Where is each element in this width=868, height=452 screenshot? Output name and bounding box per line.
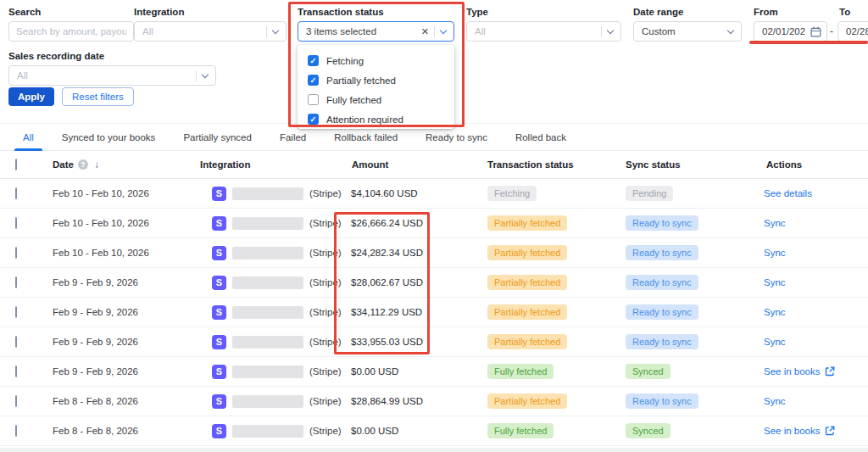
row-amount: $24,282.34 USD: [344, 248, 482, 258]
checkbox-icon[interactable]: ✓: [308, 55, 319, 66]
row-date: Feb 9 - Feb 9, 2026: [53, 337, 138, 347]
dropdown-option-fully-fetched[interactable]: ✓ Fully fetched: [298, 90, 454, 109]
checkbox-icon[interactable]: ✓: [308, 75, 319, 86]
row-action-link[interactable]: Sync: [764, 248, 786, 258]
row-checkbox[interactable]: [15, 306, 17, 318]
table-row: Feb 10 - Feb 10, 2026 S (Stripe) $24,282…: [0, 238, 868, 268]
checkbox-icon[interactable]: ✓: [308, 114, 319, 125]
row-date: Feb 9 - Feb 9, 2026: [53, 277, 138, 287]
tab-rolled-back[interactable]: Rolled back: [507, 124, 575, 150]
sync-status-badge: Synced: [626, 364, 670, 379]
tab-synced-to-your-books[interactable]: Synced to your books: [53, 124, 164, 150]
transaction-status-badge: Fully fetched: [487, 364, 554, 379]
row-checkbox[interactable]: [15, 425, 17, 437]
transaction-status-badge: Partially fetched: [487, 245, 567, 260]
sales-recording-date-select[interactable]: All: [8, 65, 216, 86]
integration-value: All: [142, 26, 261, 36]
row-action-link[interactable]: Sync: [764, 277, 786, 287]
row-action-link[interactable]: See details: [764, 188, 812, 198]
redacted-account-name: [232, 306, 303, 319]
type-value: All: [475, 26, 596, 36]
from-date-input[interactable]: 02/01/2026: [754, 21, 827, 42]
stripe-icon: S: [212, 394, 226, 409]
row-action-link[interactable]: See in books: [764, 426, 821, 436]
row-checkbox[interactable]: [15, 366, 17, 377]
dropdown-option-partially-fetched[interactable]: ✓ Partially fetched: [298, 70, 454, 90]
row-amount: $0.00 USD: [344, 426, 482, 436]
type-select[interactable]: All: [466, 21, 621, 42]
row-checkbox[interactable]: [15, 217, 17, 229]
row-checkbox[interactable]: [15, 276, 17, 288]
row-action-link[interactable]: Sync: [764, 396, 786, 406]
reset-filters-button[interactable]: Reset filters: [62, 87, 134, 106]
dropdown-option-fetching[interactable]: ✓ Fetching: [298, 51, 454, 70]
date-column-header: Date: [53, 159, 74, 170]
row-checkbox[interactable]: [15, 336, 17, 348]
apply-button[interactable]: Apply: [8, 87, 54, 106]
table-row: Feb 9 - Feb 9, 2026 S (Stripe) $34,112.2…: [0, 298, 868, 327]
row-date: Feb 9 - Feb 9, 2026: [53, 307, 138, 317]
date-range-label: Date range: [633, 7, 742, 17]
row-amount: $28,864.99 USD: [344, 396, 482, 406]
from-label: From: [754, 7, 827, 17]
transaction-status-value: 3 items selected: [306, 26, 421, 36]
select-all-checkbox[interactable]: [15, 159, 17, 170]
integration-filter-group: Integration All: [134, 7, 287, 42]
integration-name: (Stripe): [309, 337, 342, 347]
redacted-account-name: [232, 425, 303, 438]
sync-status-badge: Ready to sync: [626, 275, 698, 290]
sort-desc-icon[interactable]: ↓: [94, 159, 99, 170]
row-checkbox[interactable]: [15, 247, 17, 259]
filter-bar: Search Integration All Transaction statu…: [0, 0, 868, 123]
option-label: Fully fetched: [326, 95, 381, 105]
date-range-select[interactable]: Custom: [633, 21, 742, 42]
redacted-account-name: [232, 276, 303, 289]
transaction-status-label: Transaction status: [298, 7, 454, 17]
to-date-input[interactable]: 02/28/2026: [837, 21, 868, 42]
sales-recording-date-group: Sales recording date All: [8, 51, 216, 86]
transaction-status-badge: Partially fetched: [487, 304, 567, 320]
tab-partially-synced[interactable]: Partially synced: [175, 124, 260, 150]
checkbox-icon[interactable]: ✓: [308, 94, 319, 105]
option-label: Fetching: [326, 56, 364, 66]
from-date-value: 02/01/2026: [762, 26, 805, 36]
dropdown-option-attention-required[interactable]: ✓ Attention required: [298, 109, 454, 129]
row-action-link[interactable]: Sync: [764, 218, 786, 228]
search-filter-group: Search: [8, 7, 134, 42]
table-row: Feb 10 - Feb 10, 2026 S (Stripe) $26,666…: [0, 209, 868, 238]
row-action-link[interactable]: See in books: [764, 366, 821, 377]
row-date: Feb 10 - Feb 10, 2026: [53, 248, 149, 258]
option-label: Attention required: [326, 114, 403, 125]
to-date-value: 02/28/2026: [846, 26, 868, 36]
tab-all[interactable]: All: [14, 124, 42, 150]
to-label: To: [837, 7, 868, 17]
row-date: Feb 9 - Feb 9, 2026: [53, 366, 138, 377]
transaction-status-dropdown: ✓ Fetching ✓ Partially fetched ✓ Fully f…: [298, 45, 454, 129]
redacted-account-name: [232, 247, 303, 259]
search-input[interactable]: [8, 21, 134, 42]
row-checkbox[interactable]: [15, 187, 17, 199]
stripe-icon: S: [212, 216, 226, 231]
transaction-status-badge: Partially fetched: [487, 334, 567, 349]
calendar-icon[interactable]: [810, 26, 821, 37]
sales-recording-date-label: Sales recording date: [8, 51, 216, 61]
row-action-link[interactable]: Sync: [764, 307, 786, 317]
help-icon[interactable]: ?: [78, 159, 88, 170]
option-label: Partially fetched: [326, 75, 396, 86]
integration-name: (Stripe): [309, 307, 342, 317]
row-date: Feb 10 - Feb 10, 2026: [53, 188, 149, 198]
transaction-status-select[interactable]: 3 items selected ✕: [298, 21, 454, 42]
clear-selection-icon[interactable]: ✕: [421, 26, 429, 37]
row-amount: $4,104.60 USD: [344, 188, 482, 198]
transaction-status-badge: Fully fetched: [487, 423, 554, 438]
row-checkbox[interactable]: [15, 395, 17, 407]
integration-name: (Stripe): [309, 188, 342, 198]
redacted-account-name: [232, 395, 303, 408]
amount-column-header: Amount: [344, 159, 482, 170]
row-date: Feb 10 - Feb 10, 2026: [53, 218, 149, 228]
row-action-link[interactable]: Sync: [764, 337, 786, 347]
search-label: Search: [8, 7, 134, 17]
stripe-icon: S: [212, 276, 226, 290]
integration-select[interactable]: All: [134, 21, 287, 42]
table-body: Feb 10 - Feb 10, 2026 S (Stripe) $4,104.…: [0, 179, 868, 446]
